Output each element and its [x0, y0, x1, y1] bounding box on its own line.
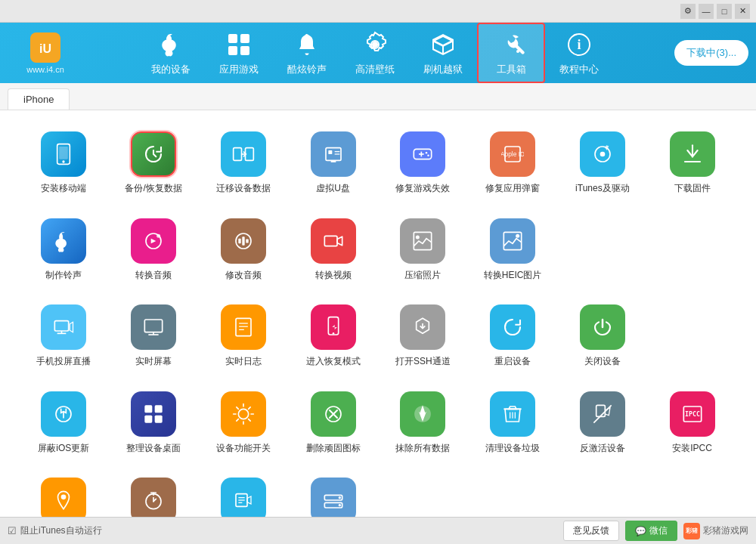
svg-text:IPCC: IPCC: [685, 410, 700, 418]
close-button[interactable]: ✕: [735, 4, 750, 19]
tool-fake-location[interactable]: 虚拟定位: [23, 471, 105, 517]
wechat-button[interactable]: 💬 微信: [625, 521, 677, 541]
tool-backup-restore[interactable]: 备份/恢复数据: [113, 125, 195, 201]
nav-ringtones-label: 酷炫铃声: [287, 63, 327, 76]
convert-heic-icon: [490, 218, 535, 264]
migrate-data-label: 迁移设备数据: [216, 183, 271, 195]
bottom-bar: ☑ 阻止iTunes自动运行 意见反馈 💬 微信 彩猪 彩猪游戏网: [0, 517, 756, 544]
settings-button[interactable]: ⚙: [680, 4, 696, 19]
nav-wallpaper[interactable]: 高清壁纸: [341, 23, 409, 83]
empty-slot: [651, 212, 733, 288]
download-button[interactable]: 下载中(3)...: [674, 40, 748, 66]
box-icon: [429, 30, 457, 59]
tool-itunes-driver[interactable]: iTunes及驱动: [562, 125, 644, 201]
nav-toolbox[interactable]: 工具箱: [477, 23, 545, 83]
bottom-actions: 意见反馈 💬 微信 彩猪 彩猪游戏网: [563, 521, 748, 541]
tool-delete-icon[interactable]: 删除顽固图标: [292, 385, 374, 461]
empty-slot: [651, 471, 733, 517]
wrench-icon: [497, 30, 525, 59]
nav-tutorial-label: 教程中心: [559, 63, 599, 76]
svg-point-41: [416, 235, 420, 239]
recovery-mode-icon: [311, 304, 356, 350]
tool-edit-audio[interactable]: 修改音频: [203, 212, 285, 288]
real-screen-label: 实时屏幕: [135, 356, 172, 368]
svg-rect-38: [246, 239, 248, 243]
svg-rect-39: [324, 236, 337, 246]
device-switch-label: 设备功能开关: [216, 443, 271, 455]
tool-migrate-data[interactable]: 迁移设备数据: [203, 125, 285, 201]
svg-rect-54: [328, 317, 338, 335]
nav-ringtones[interactable]: 酷炫铃声: [273, 23, 341, 83]
svg-rect-57: [144, 405, 152, 413]
tool-open-ssh[interactable]: 打开SSH通道: [382, 298, 464, 374]
logo-icon: iU: [30, 32, 60, 63]
svg-rect-5: [240, 46, 249, 55]
tool-convert-heic[interactable]: 转换HEIC图片: [472, 212, 554, 288]
fix-game-icon: [400, 131, 445, 177]
nav-my-device[interactable]: 我的设备: [137, 23, 205, 83]
empty-slot: [472, 471, 554, 517]
tool-download-firmware[interactable]: 下载固件: [651, 125, 733, 201]
nav-jailbreak[interactable]: 刷机越狱: [409, 23, 477, 83]
tool-recovery-mode[interactable]: 进入恢复模式: [292, 298, 374, 374]
svg-point-8: [516, 50, 519, 53]
tool-anti-activate[interactable]: 反激活设备: [562, 385, 644, 461]
tool-backup-partition[interactable]: 备份引导区数据: [292, 471, 374, 517]
maximize-button[interactable]: □: [717, 4, 732, 19]
tool-screen-cast[interactable]: 手机投屏直播: [23, 298, 105, 374]
svg-rect-36: [238, 238, 240, 243]
anti-activate-icon: [580, 391, 625, 437]
tool-shutdown-device[interactable]: 关闭设备: [562, 298, 644, 374]
block-ios-update-icon: [41, 391, 86, 437]
convert-video-icon: [311, 218, 356, 264]
tool-make-ringtone[interactable]: 制作铃声: [23, 212, 105, 288]
empty-slot: [651, 298, 733, 374]
feedback-button[interactable]: 意见反馈: [563, 521, 619, 541]
logo[interactable]: iU www.i4.cn: [8, 32, 83, 74]
minimize-button[interactable]: —: [699, 4, 714, 19]
tool-fix-app-popup[interactable]: Apple ID修复应用弹窗: [472, 125, 554, 201]
svg-point-6: [372, 42, 378, 48]
nav-jailbreak-label: 刷机越狱: [423, 63, 463, 76]
nav-app-games[interactable]: 应用游戏: [205, 23, 273, 83]
tool-real-screen[interactable]: 实时屏幕: [113, 298, 195, 374]
tool-organize-desktop[interactable]: 整理设备桌面: [113, 385, 195, 461]
edit-audio-label: 修改音频: [225, 270, 262, 282]
svg-point-26: [428, 154, 430, 156]
empty-slot: [562, 212, 644, 288]
window-controls: ⚙ — □ ✕: [680, 4, 750, 19]
nav-wallpaper-label: 高清壁纸: [355, 63, 395, 76]
open-ssh-label: 打开SSH通道: [395, 356, 451, 368]
shutdown-device-label: 关闭设备: [584, 356, 621, 368]
tool-compress-photo[interactable]: 压缩照片: [382, 212, 464, 288]
svg-point-30: [600, 152, 606, 157]
tool-break-time-limit[interactable]: 破解时间限额: [113, 471, 195, 517]
tool-real-log[interactable]: 实时日志: [203, 298, 285, 374]
tool-fix-game[interactable]: 修复游戏失效: [382, 125, 464, 201]
apple-icon: [156, 30, 185, 59]
backup-partition-icon: [311, 478, 356, 517]
tool-restart-device[interactable]: 重启设备: [472, 298, 554, 374]
svg-rect-2: [228, 34, 237, 43]
tool-convert-video[interactable]: 转换视频: [292, 212, 374, 288]
main-content: 安装移动端备份/恢复数据迁移设备数据虚拟U盘修复游戏失效Apple ID修复应用…: [0, 110, 756, 517]
tool-install-mobile[interactable]: 安装移动端: [23, 125, 105, 201]
tool-skip-setup[interactable]: 跳过设置向导: [203, 471, 285, 517]
tool-convert-audio[interactable]: 转换音频: [113, 212, 195, 288]
tool-device-switch[interactable]: 设备功能开关: [203, 385, 285, 461]
tool-block-ios-update[interactable]: 屏蔽iOS更新: [23, 385, 105, 461]
nav-tutorial[interactable]: i 教程中心: [545, 23, 613, 83]
nav-toolbox-label: 工具箱: [497, 63, 526, 76]
tool-wipe-data[interactable]: 抹除所有数据: [382, 385, 464, 461]
install-ipcc-label: 安装IPCC: [672, 443, 712, 455]
tool-install-ipcc[interactable]: IPCC安装IPCC: [651, 385, 733, 461]
install-mobile-label: 安装移动端: [41, 183, 86, 195]
clean-junk-icon: [490, 391, 535, 437]
tool-clean-junk[interactable]: 清理设备垃圾: [472, 385, 554, 461]
install-mobile-icon: [41, 131, 86, 177]
svg-rect-59: [144, 415, 152, 422]
delete-icon-icon: [311, 391, 356, 437]
iphone-tab[interactable]: iPhone: [8, 88, 70, 110]
tool-virtual-udisk[interactable]: 虚拟U盘: [292, 125, 374, 201]
itunes-driver-icon: [580, 131, 625, 177]
